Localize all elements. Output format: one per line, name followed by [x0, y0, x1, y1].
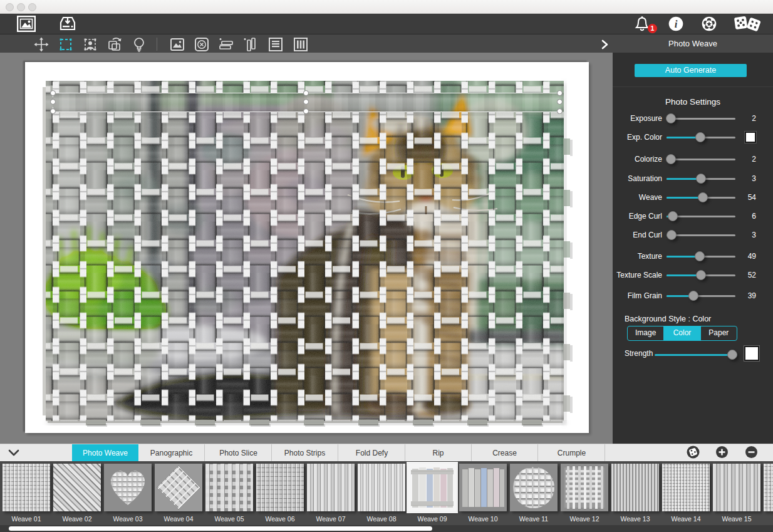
svg-text:i: i — [675, 18, 678, 30]
